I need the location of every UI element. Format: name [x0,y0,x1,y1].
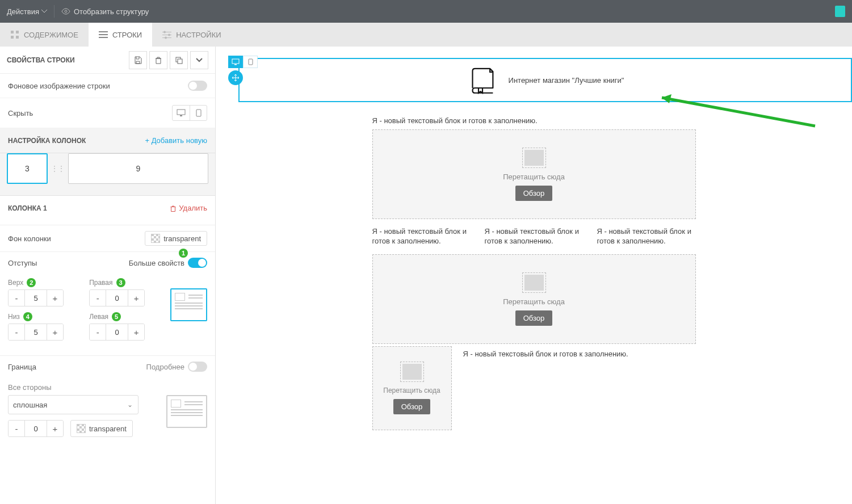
border-style-select[interactable]: сплошная ⌄ [8,395,138,414]
pad-left-plus[interactable]: + [128,324,144,340]
border-width-plus[interactable]: + [47,421,63,436]
border-label: Граница [8,363,146,371]
pad-bottom-plus[interactable]: + [47,324,63,340]
border-more-toggle[interactable] [188,362,207,372]
svg-rect-2 [16,31,19,33]
more-props-toggle[interactable] [188,258,207,268]
text-block[interactable]: Я - новый текстовый блок и готов к запол… [372,227,471,246]
mobile-icon [248,58,253,65]
border-color-picker[interactable]: transparent [70,420,133,437]
padding-grid: Верх2 - 5 + Низ4 - 5 + [0,274,215,356]
save-icon [134,56,142,64]
bg-image-toggle[interactable] [188,81,207,91]
text-block[interactable]: Я - новый текстовый блок и готов к запол… [372,112,696,129]
browse-button[interactable]: Обзор [515,186,553,201]
pad-top-minus[interactable]: - [9,290,24,306]
column-box-1[interactable]: 3 [7,153,48,184]
column-bg-row: Фон колонки transparent [0,225,215,251]
hide-mobile[interactable] [190,106,207,120]
padding-preview [170,288,207,321]
padding-row: Отступы 1 Больше свойств [0,251,215,274]
tab-rows[interactable]: СТРОКИ [89,23,152,47]
add-row-fab[interactable] [228,70,243,85]
badge-5: 5 [112,312,121,321]
badge-1: 1 [179,249,188,258]
column1-title: КОЛОНКА 1 [8,204,170,212]
border-preview [166,395,207,428]
transparency-swatch-icon [151,234,160,243]
column-bg-picker[interactable]: transparent [145,231,207,246]
svg-point-13 [165,37,167,39]
pad-right-minus[interactable]: - [90,290,106,306]
hide-desktop[interactable] [173,106,190,120]
image-dropzone[interactable]: Перетащить сюда Обзор [372,346,452,430]
svg-rect-20 [234,64,237,65]
svg-rect-7 [99,37,108,38]
pad-right-value[interactable]: 0 [106,290,128,306]
annotation-arrow-icon [653,92,818,132]
pad-right-plus[interactable]: + [128,290,144,306]
bg-image-label: Фоновое изображение строки [8,82,188,90]
pad-bottom-label: Низ [8,313,20,321]
three-col-text: Я - новый текстовый блок и готов к запол… [372,219,696,254]
drag-here-label: Перетащить сюда [383,387,440,394]
pad-bottom-value[interactable]: 5 [24,324,47,340]
image-dropzone[interactable]: Перетащить сюда Обзор [372,129,696,219]
text-block[interactable]: Я - новый текстовый блок и готов к запол… [597,227,696,246]
add-column-button[interactable]: + Добавить новую [145,136,207,145]
tab-settings[interactable]: НАСТРОЙКИ [152,23,231,47]
border-width-value[interactable]: 0 [24,421,47,436]
columns-header: НАСТРОЙКА КОЛОНОК + Добавить новую [0,128,215,153]
browse-button[interactable]: Обзор [393,399,431,414]
svg-rect-17 [180,115,182,116]
chevron-down-icon [41,10,47,13]
pad-bottom-minus[interactable]: - [9,324,24,340]
pad-top-value[interactable]: 5 [24,290,47,306]
padding-label: Отступы [8,259,129,267]
pad-right-label: Правая [89,279,112,287]
pad-top-plus[interactable]: + [47,290,63,306]
eye-icon [61,8,70,15]
desktop-icon [232,58,240,65]
canvas-device-switch [228,56,258,68]
sidebar: СВОЙСТВА СТРОКИ Фоновое изображение стро… [0,47,216,504]
canvas-desktop[interactable] [228,56,243,68]
badge-2: 2 [27,278,36,287]
book-icon [467,64,498,96]
help-badge[interactable] [835,6,845,17]
show-structure-button[interactable]: Отобразить структуру [61,7,149,16]
canvas-mobile[interactable] [243,56,258,68]
border-width-minus[interactable]: - [9,421,24,436]
actions-label: Действия [7,7,39,16]
hide-label: Скрыть [8,109,172,117]
browse-button[interactable]: Обзор [515,310,553,326]
columns-layout: 3 ⋮⋮ 9 [0,153,215,196]
drag-here-label: Перетащить сюда [503,173,565,181]
pad-left-input: - 0 + [89,324,145,341]
save-button[interactable] [129,51,147,69]
svg-rect-18 [196,110,201,116]
actions-menu[interactable]: Действия [7,7,47,16]
column1-delete[interactable]: Удалить [170,204,207,212]
pad-left-label: Левая [89,313,108,321]
duplicate-button[interactable] [170,51,188,69]
trash-icon [170,205,177,212]
chevron-down-icon [196,58,203,62]
column-box-2[interactable]: 9 [68,153,208,184]
image-dropzone[interactable]: Перетащить сюда Обзор [372,254,696,344]
pad-bottom-input: - 5 + [8,324,64,341]
svg-rect-6 [99,34,108,35]
collapse-button[interactable] [190,51,208,69]
badge-4: 4 [23,312,32,321]
text-block[interactable]: Я - новый текстовый блок и готов к запол… [463,346,696,430]
text-block[interactable]: Я - новый текстовый блок и готов к запол… [485,227,584,246]
bottom-row: Перетащить сюда Обзор Я - новый текстовы… [372,344,696,430]
pad-top-input: - 5 + [8,289,64,306]
pad-left-value[interactable]: 0 [106,324,128,340]
show-structure-label: Отобразить структуру [74,7,149,16]
store-name: Интернет магазин "Лучшие книги" [509,76,624,85]
drag-handle-icon[interactable]: ⋮⋮ [51,165,65,173]
pad-left-minus[interactable]: - [90,324,106,340]
tab-content[interactable]: СОДЕРЖИМОЕ [0,23,89,47]
delete-button[interactable] [149,51,167,69]
